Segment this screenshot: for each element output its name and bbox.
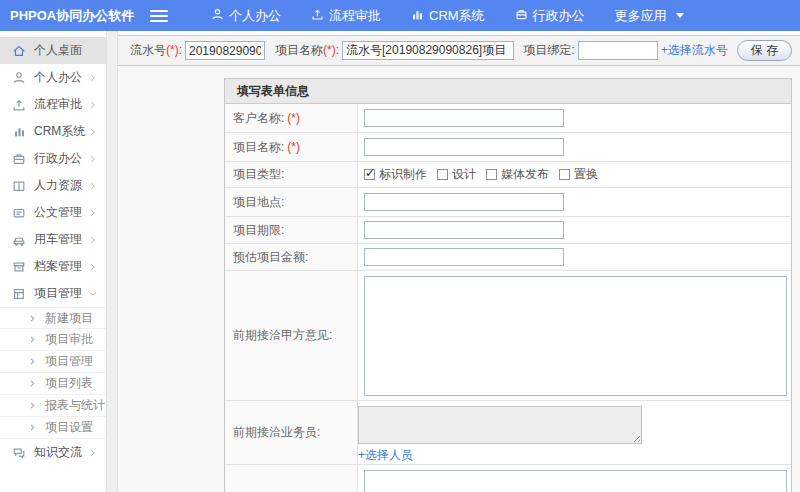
sidebar-item-label: 公文管理 bbox=[34, 204, 88, 221]
nav-item-admin-office[interactable]: 行政办公 bbox=[500, 0, 600, 31]
nav-item-personal-office[interactable]: 个人办公 bbox=[196, 0, 296, 31]
sidebar-item-projects[interactable]: 项目管理 bbox=[0, 280, 106, 307]
sidebar-item-label: 人力资源 bbox=[34, 177, 88, 194]
briefcase-icon bbox=[515, 8, 528, 24]
sidebar-item-archives[interactable]: 档案管理 bbox=[0, 253, 106, 280]
top-navbar: PHPOA协同办公软件 个人办公 流程审批 CRM系统 行政办公 更多应用 bbox=[0, 0, 800, 31]
customer-name-input[interactable] bbox=[364, 109, 564, 127]
form-row-extra bbox=[225, 465, 791, 492]
checkbox-option-media-release[interactable]: 媒体发布 bbox=[486, 166, 549, 183]
project-duration-input[interactable] bbox=[364, 221, 564, 239]
menu-toggle-icon[interactable] bbox=[150, 10, 168, 22]
client-opinion-textarea[interactable] bbox=[364, 276, 787, 396]
nav-item-label: 行政办公 bbox=[533, 7, 585, 25]
sidebar-subitem-label: 报表与统计 bbox=[45, 397, 105, 414]
nav-item-label: CRM系统 bbox=[429, 7, 485, 25]
checkbox-option-sign-making[interactable]: 标识制作 bbox=[364, 166, 427, 183]
sidebar: 个人桌面 个人办公 流程审批 CRM系统 行政办公 bbox=[0, 31, 107, 492]
app-window: PHPOA协同办公软件 个人办公 流程审批 CRM系统 行政办公 更多应用 bbox=[0, 0, 800, 492]
sidebar-item-knowledge[interactable]: 知识交流 bbox=[0, 439, 106, 466]
chevron-right-icon bbox=[28, 314, 37, 323]
form-panel: 填写表单信息 客户名称:(*) 项目名称:(*) 项目类型: 标识制作 设计 媒… bbox=[224, 78, 792, 492]
chat-icon bbox=[12, 446, 26, 460]
project-bind-input[interactable] bbox=[578, 41, 658, 60]
chevron-right-icon bbox=[88, 208, 98, 218]
resize-handle[interactable] bbox=[631, 433, 640, 442]
project-location-input[interactable] bbox=[364, 193, 564, 211]
sidebar-item-documents[interactable]: 公文管理 bbox=[0, 199, 106, 226]
checkbox-icon[interactable] bbox=[486, 169, 497, 180]
checkbox-option-exchange[interactable]: 置换 bbox=[559, 166, 598, 183]
bar-chart-icon bbox=[12, 125, 26, 139]
form-row-client-opinion: 前期接洽甲方意见: bbox=[225, 271, 791, 401]
sidebar-item-flow-approval[interactable]: 流程审批 bbox=[0, 91, 106, 118]
salesperson-textarea[interactable] bbox=[358, 406, 642, 444]
sidebar-item-label: 项目管理 bbox=[34, 285, 88, 302]
field-label: 前期接洽业务员: bbox=[225, 401, 358, 464]
briefcase-icon bbox=[12, 152, 26, 166]
chevron-right-icon bbox=[88, 181, 98, 191]
nav-item-label: 更多应用 bbox=[615, 7, 667, 25]
select-person-link[interactable]: +选择人员 bbox=[358, 448, 413, 462]
project-name-field[interactable] bbox=[364, 138, 564, 156]
checkbox-icon[interactable] bbox=[437, 169, 448, 180]
flow-approval-icon bbox=[311, 8, 324, 24]
sidebar-subitem-new-project[interactable]: 新建项目 bbox=[0, 307, 106, 329]
form-row-project-type: 项目类型: 标识制作 设计 媒体发布 置换 bbox=[225, 162, 791, 188]
app-body: 个人桌面 个人办公 流程审批 CRM系统 行政办公 bbox=[0, 31, 800, 492]
sidebar-item-label: 个人办公 bbox=[34, 69, 88, 86]
estimated-amount-input[interactable] bbox=[364, 248, 564, 266]
sidebar-item-label: 流程审批 bbox=[34, 96, 88, 113]
book-icon bbox=[12, 179, 26, 193]
sidebar-item-hr[interactable]: 人力资源 bbox=[0, 172, 106, 199]
nav-item-more-apps[interactable]: 更多应用 bbox=[600, 0, 699, 31]
user-icon bbox=[12, 71, 26, 85]
sidebar-item-label: CRM系统 bbox=[34, 123, 88, 140]
sidebar-item-label: 行政办公 bbox=[34, 150, 88, 167]
sidebar-item-vehicles[interactable]: 用车管理 bbox=[0, 226, 106, 253]
required-mark: (*) bbox=[323, 43, 336, 57]
form-row-salesperson: 前期接洽业务员: +选择人员 bbox=[225, 401, 791, 465]
chevron-right-icon bbox=[28, 357, 37, 366]
car-icon bbox=[12, 233, 26, 247]
panel-title: 填写表单信息 bbox=[225, 79, 791, 104]
project-type-options: 标识制作 设计 媒体发布 置换 bbox=[358, 162, 791, 187]
sidebar-item-admin-office[interactable]: 行政办公 bbox=[0, 145, 106, 172]
nav-item-flow-approval[interactable]: 流程审批 bbox=[296, 0, 396, 31]
app-title: PHPOA协同办公软件 bbox=[0, 7, 150, 25]
sidebar-item-desktop[interactable]: 个人桌面 bbox=[0, 37, 106, 64]
extra-textarea[interactable] bbox=[364, 470, 787, 492]
sidebar-scrollbar[interactable] bbox=[107, 31, 118, 492]
sidebar-projects-submenu: 新建项目 项目审批 项目管理 项目列表 报表与统计 bbox=[0, 307, 106, 439]
required-mark: (*) bbox=[287, 111, 300, 125]
save-button[interactable]: 保 存 bbox=[737, 40, 792, 61]
main-content: 流水号(*): 项目名称(*): 项目绑定: +选择流水号 保 存 填写表单信息… bbox=[118, 31, 800, 492]
project-bind-label: 项目绑定: bbox=[523, 42, 574, 59]
checkbox-option-design[interactable]: 设计 bbox=[437, 166, 476, 183]
field-label: 预估项目金额: bbox=[225, 244, 358, 270]
field-label: 项目类型: bbox=[225, 162, 358, 187]
caret-down-icon bbox=[676, 13, 684, 18]
checkbox-icon[interactable] bbox=[364, 169, 375, 180]
user-icon bbox=[211, 8, 224, 24]
sidebar-item-crm[interactable]: CRM系统 bbox=[0, 118, 106, 145]
sidebar-item-label: 个人桌面 bbox=[34, 42, 98, 59]
checkbox-icon[interactable] bbox=[559, 169, 570, 180]
sidebar-subitem-reports-stats[interactable]: 报表与统计 bbox=[0, 395, 106, 417]
sidebar-subitem-project-list[interactable]: 项目列表 bbox=[0, 373, 106, 395]
nav-item-crm[interactable]: CRM系统 bbox=[396, 0, 500, 31]
field-label: 项目地点: bbox=[225, 188, 358, 216]
sidebar-subitem-project-approval[interactable]: 项目审批 bbox=[0, 329, 106, 351]
serial-input[interactable] bbox=[185, 41, 265, 60]
project-name-label: 项目名称(*): bbox=[275, 42, 339, 59]
sidebar-item-personal-office[interactable]: 个人办公 bbox=[0, 64, 106, 91]
home-icon bbox=[12, 44, 26, 58]
sidebar-subitem-project-manage[interactable]: 项目管理 bbox=[0, 351, 106, 373]
form-row-project-duration: 项目期限: bbox=[225, 217, 791, 244]
document-icon bbox=[12, 206, 26, 220]
project-name-input[interactable] bbox=[342, 41, 514, 60]
main-nav: 个人办公 流程审批 CRM系统 行政办公 更多应用 bbox=[196, 0, 699, 31]
required-mark: (*) bbox=[166, 43, 179, 57]
sidebar-subitem-project-settings[interactable]: 项目设置 bbox=[0, 417, 106, 439]
select-serial-link[interactable]: +选择流水号 bbox=[661, 42, 728, 59]
